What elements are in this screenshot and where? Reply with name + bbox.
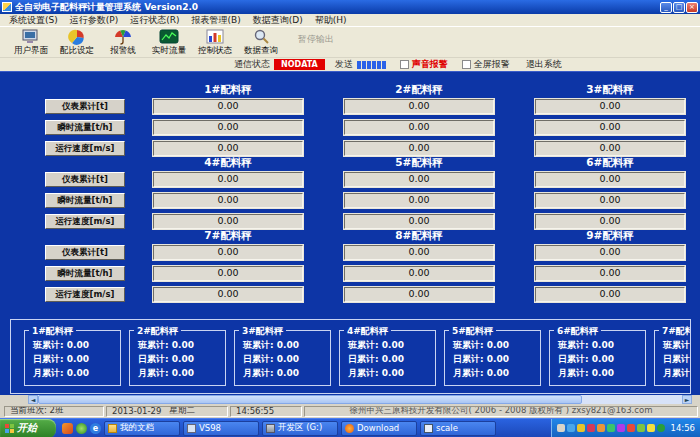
scale-row-3: 7#配料秤 8#配料秤 9#配料秤 仪表累计[t] 0.00 0.00 0.00… (0, 229, 700, 302)
day-total-label: 日累计: (558, 354, 589, 364)
value-field: 0.00 (344, 141, 494, 156)
shift-total-label: 班累计: (138, 340, 169, 350)
palette-icon (68, 28, 86, 45)
meter-total-label: 仪表累计[t] (45, 172, 125, 187)
taskbar-task-vs98[interactable]: VS98 (183, 421, 259, 436)
control-status-button[interactable]: 控制状态 (192, 28, 238, 57)
menu-run-status[interactable]: 运行状态(R) (124, 14, 185, 27)
shift-total-label: 班累计: (243, 340, 274, 350)
close-button[interactable]: × (686, 2, 698, 13)
toolbar-label: 报警线 (110, 45, 136, 57)
meter-total-label: 仪表累计[t] (45, 99, 125, 114)
realtime-flow-button[interactable]: 实时流量 (146, 28, 192, 57)
shift-total-value: 0.00 (382, 340, 404, 350)
umbrella-icon (113, 28, 133, 45)
month-total-label: 月累计: (558, 368, 589, 378)
tray-icon[interactable] (657, 424, 665, 432)
tray-icon[interactable] (627, 424, 635, 432)
send-label: 发送 (335, 58, 353, 71)
pause-output-label: 暂停输出 (298, 33, 334, 46)
taskbar: 开始 e 我的文档 VS98 开发区 (G:) Download scale (0, 418, 700, 437)
tray-icon[interactable] (597, 424, 605, 432)
toolbar-label: 配比设定 (60, 45, 94, 57)
value-field: 0.00 (153, 245, 303, 260)
taskbar-task-scale[interactable]: scale (420, 421, 496, 436)
data-query-button[interactable]: 数据查询 (238, 28, 284, 57)
value-field: 0.00 (535, 266, 685, 281)
menu-system-settings[interactable]: 系统设置(S) (3, 14, 64, 27)
tray-icon[interactable] (617, 424, 625, 432)
ratio-setting-button[interactable]: 配比设定 (54, 28, 100, 57)
sound-alarm-checkbox[interactable] (400, 60, 409, 69)
value-field: 0.00 (153, 287, 303, 302)
value-field: 0.00 (344, 245, 494, 260)
minimize-button[interactable]: _ (660, 2, 672, 13)
scale-title: 6#配料秤 (535, 156, 685, 169)
folder-icon (108, 424, 117, 433)
task-label: 我的文档 (120, 422, 154, 434)
summary-title: 3#配料秤 (239, 325, 286, 338)
month-total-label: 月累计: (138, 368, 169, 378)
comm-status-label: 通信状态 (234, 58, 270, 71)
menu-report-manage[interactable]: 报表管理(B) (185, 14, 246, 27)
monitor-icon (21, 28, 41, 45)
day-total-value: 0.00 (382, 354, 404, 364)
instant-flow-label: 瞬时流量[t/h] (45, 193, 125, 208)
shift-total-label: 班累计: (33, 340, 64, 350)
app-window: 全自动电子配料秤计量管理系统 Version2.0 _ □ × 系统设置(S) … (0, 0, 700, 437)
value-field: 0.00 (153, 214, 303, 229)
month-total-label: 月累计: (33, 368, 64, 378)
task-label: 开发区 (G:) (278, 422, 322, 434)
day-total-label: 日累计: (348, 354, 379, 364)
menu-data-query[interactable]: 数据查询(D) (247, 14, 309, 27)
exit-system-button[interactable]: 退出系统 (526, 58, 562, 71)
scale-title: 4#配料秤 (153, 156, 303, 169)
scroll-left-arrow-icon[interactable]: ◄ (28, 395, 38, 404)
speaker-icon[interactable] (567, 424, 575, 432)
day-total-label: 日累计: (138, 354, 169, 364)
scale-title: 1#配料秤 (153, 83, 303, 96)
menu-help[interactable]: 帮助(H) (309, 14, 353, 27)
full-screen-alarm-checkbox[interactable] (462, 60, 471, 69)
tray-icon[interactable] (637, 424, 645, 432)
taskbar-task-my-documents[interactable]: 我的文档 (104, 421, 180, 436)
taskbar-task-download[interactable]: Download (341, 421, 417, 436)
menu-run-params[interactable]: 运行参数(P) (64, 14, 124, 27)
tray-icon[interactable] (587, 424, 595, 432)
ie-icon[interactable]: e (90, 423, 101, 434)
drive-icon (266, 424, 275, 433)
user-interface-button[interactable]: 用户界面 (8, 28, 54, 57)
value-field: 0.00 (153, 99, 303, 114)
day-total-label: 日累计: (33, 354, 64, 364)
tray-icon[interactable] (647, 424, 655, 432)
summary-group-5: 5#配料秤 班累计: 0.00 日累计: 0.00 月累计: 0.00 (444, 330, 541, 386)
value-field: 0.00 (344, 99, 494, 114)
summary-group-7: 7#配料秤 班累计: 0.00 日累计: 0.00 月累计: 0.00 (654, 330, 691, 386)
maximize-button[interactable]: □ (673, 2, 685, 13)
scale-row-1: 1#配料秤 2#配料秤 3#配料秤 仪表累计[t] 0.00 0.00 0.00… (0, 83, 700, 156)
system-tray: 14:56 (551, 419, 700, 437)
scroll-thumb[interactable] (38, 395, 582, 404)
scale-title: 9#配料秤 (535, 229, 685, 242)
start-button[interactable]: 开始 (0, 419, 56, 437)
tray-icon[interactable] (577, 424, 585, 432)
taskbar-task-drive[interactable]: 开发区 (G:) (262, 421, 338, 436)
date-value: 2013-01-29 (112, 406, 161, 416)
summary-title: 4#配料秤 (344, 325, 391, 338)
tray-icon[interactable] (607, 424, 615, 432)
quick-launch-icon[interactable] (62, 423, 73, 434)
windows-flag-icon (4, 423, 14, 433)
horizontal-scrollbar[interactable]: ◄ ► (28, 395, 692, 404)
summary-title: 5#配料秤 (449, 325, 496, 338)
quick-launch-icon[interactable] (76, 423, 87, 434)
month-total-label: 月累计: (243, 368, 274, 378)
tray-icon[interactable] (557, 424, 565, 432)
weekday-value: 星期二 (169, 406, 195, 417)
scroll-right-arrow-icon[interactable]: ► (682, 395, 692, 404)
summary-title: 1#配料秤 (29, 325, 76, 338)
summary-group-3: 3#配料秤 班累计: 0.00 日累计: 0.00 月累计: 0.00 (234, 330, 331, 386)
window-title: 全自动电子配料秤计量管理系统 Version2.0 (15, 1, 659, 14)
value-field: 0.00 (344, 214, 494, 229)
alarm-line-button[interactable]: 报警线 (100, 28, 146, 57)
day-total-value: 0.00 (67, 354, 89, 364)
